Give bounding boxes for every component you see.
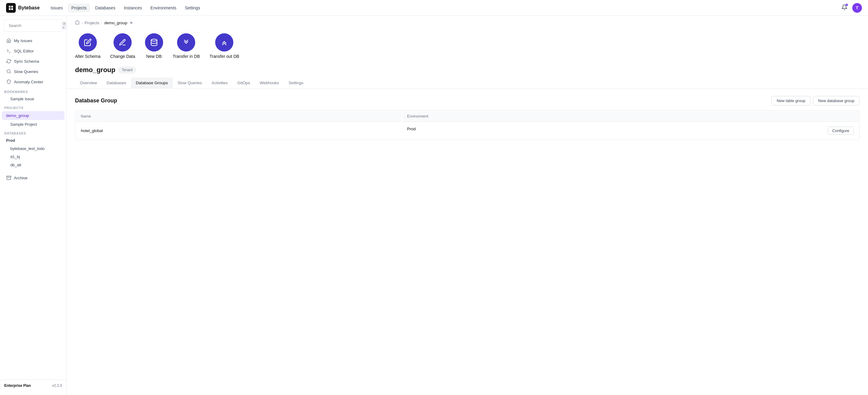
nav-projects[interactable]: Projects [68, 4, 91, 12]
tab-database-groups[interactable]: Database Groups [131, 78, 173, 89]
tab-activities[interactable]: Activities [207, 78, 232, 89]
notification-bell[interactable] [840, 3, 849, 12]
sidebar-item-label: Archive [14, 176, 28, 180]
tab-slow-queries[interactable]: Slow Queries [173, 78, 207, 89]
svg-point-9 [151, 39, 157, 41]
svg-rect-3 [11, 8, 13, 10]
sidebar-item-label: Sync Schema [14, 59, 39, 64]
tab-gitops[interactable]: GitOps [232, 78, 255, 89]
sidebar-footer: Enterprise Plan v2.2.0 [0, 379, 66, 391]
sidebar-project-demo-group[interactable]: demo_group [2, 111, 64, 120]
bookmarks-section-label: Bookmarks [0, 87, 66, 95]
tenant-badge: Tenant [118, 67, 136, 73]
queries-icon [6, 69, 11, 74]
sidebar-item-label: Anomaly Center [14, 80, 43, 84]
nav-environments[interactable]: Environments [147, 4, 180, 12]
sidebar-item-label: Slow Queries [14, 69, 38, 74]
sidebar-db-bytebase-test-todo[interactable]: bytebase_test_todo [2, 145, 64, 152]
version-label: v2.2.0 [52, 384, 62, 388]
quick-action-transfer-out-db[interactable]: Transfer out DB [210, 33, 239, 59]
svg-point-6 [7, 70, 10, 73]
row-name: hotel_global [76, 122, 402, 139]
sidebar-item-archive[interactable]: Archive [2, 173, 64, 182]
alter-schema-label: Alter Schema [75, 54, 100, 59]
layout: ⌘ K My Issues SQL Editor Sync Schema Slo… [0, 16, 868, 395]
sidebar-item-anomaly-center[interactable]: Anomaly Center [2, 77, 64, 87]
databases-section-label: Databases [0, 129, 66, 136]
home-breadcrumb[interactable] [75, 20, 80, 25]
projects-section-label: Projects [0, 103, 66, 111]
content-area: Database Group New table group New datab… [67, 89, 868, 147]
sidebar-db-prod[interactable]: Prod [2, 137, 64, 144]
nav-settings[interactable]: Settings [181, 4, 204, 12]
quick-action-transfer-in-db[interactable]: Transfer in DB [173, 33, 200, 59]
new-database-group-button[interactable]: New database group [813, 96, 860, 106]
section-title: Database Group [75, 97, 117, 104]
sidebar-item-label: SQL Editor [14, 49, 34, 53]
quick-action-alter-schema[interactable]: Alter Schema [75, 33, 100, 59]
svg-rect-7 [7, 176, 11, 177]
nav-databases[interactable]: Databases [91, 4, 119, 12]
nav-links: Issues Projects Databases Instances Envi… [47, 4, 840, 12]
home-icon [6, 38, 11, 43]
tab-overview[interactable]: Overview [75, 78, 102, 89]
logo-icon [6, 3, 16, 13]
sidebar-bookmark-sample-issue[interactable]: Sample Issue [2, 95, 64, 103]
sidebar-item-sql-editor[interactable]: SQL Editor [2, 46, 64, 56]
change-data-icon [114, 33, 132, 52]
sidebar-project-sample-project[interactable]: Sample Project [2, 120, 64, 128]
sidebar-item-my-issues[interactable]: My Issues [2, 36, 64, 46]
project-header: demo_group Tenant [67, 66, 868, 78]
archive-section: Archive [0, 173, 66, 183]
new-db-icon [145, 33, 163, 52]
notification-dot [846, 4, 848, 6]
sidebar-item-label: demo_group [6, 113, 29, 118]
search-input[interactable] [9, 23, 60, 28]
action-buttons: New table group New database group [771, 96, 860, 106]
app-name: Bytebase [18, 5, 40, 10]
breadcrumb: › Projects › demo_group ★ [67, 16, 868, 28]
main-content: › Projects › demo_group ★ Alter Schema C… [67, 16, 868, 395]
breadcrumb-current: demo_group [104, 21, 127, 25]
sidebar-db-d1-bj[interactable]: d1_bj [2, 153, 64, 161]
environment-value: Prod [407, 126, 416, 131]
tab-databases[interactable]: Databases [102, 78, 131, 89]
breadcrumb-sep-2: › [101, 21, 102, 25]
change-data-label: Change Data [110, 54, 135, 59]
sidebar-item-sync-schema[interactable]: Sync Schema [2, 56, 64, 66]
sidebar-db-db-att[interactable]: db_att [2, 161, 64, 169]
search-box[interactable]: ⌘ K [4, 19, 63, 32]
col-environment: Environment [402, 111, 859, 122]
sidebar-item-label: My Issues [14, 38, 32, 43]
transfer-in-db-label: Transfer in DB [173, 54, 200, 59]
logo: Bytebase [6, 3, 40, 13]
quick-action-change-data[interactable]: Change Data [110, 33, 135, 59]
nav-issues[interactable]: Issues [47, 4, 66, 12]
alter-schema-icon [79, 33, 97, 52]
shield-icon [6, 79, 11, 85]
configure-button[interactable]: Configure [828, 126, 854, 135]
transfer-in-db-icon [177, 33, 195, 52]
breadcrumb-projects[interactable]: Projects [85, 21, 100, 25]
new-db-label: New DB [146, 54, 162, 59]
breadcrumb-sep-1: › [82, 21, 83, 25]
tab-settings[interactable]: Settings [284, 78, 308, 89]
svg-rect-2 [9, 8, 10, 10]
terminal-icon [6, 48, 11, 54]
avatar[interactable]: T [852, 3, 862, 13]
section-header: Database Group New table group New datab… [75, 96, 860, 106]
table-row: hotel_global Prod Configure [76, 122, 859, 139]
tab-webhooks[interactable]: Webhooks [255, 78, 284, 89]
plan-label: Enterprise Plan [4, 384, 31, 388]
row-environment: Prod Configure [402, 122, 859, 139]
quick-action-new-db[interactable]: New DB [145, 33, 163, 59]
sidebar: ⌘ K My Issues SQL Editor Sync Schema Slo… [0, 16, 67, 395]
search-shortcut: ⌘ K [61, 22, 67, 30]
col-name: Name [76, 111, 402, 122]
quick-actions: Alter Schema Change Data New DB Transfer… [67, 28, 868, 66]
sidebar-item-slow-queries[interactable]: Slow Queries [2, 67, 64, 76]
star-button[interactable]: ★ [129, 20, 133, 25]
nav-instances[interactable]: Instances [120, 4, 146, 12]
new-table-group-button[interactable]: New table group [771, 96, 810, 106]
archive-icon [6, 175, 11, 180]
